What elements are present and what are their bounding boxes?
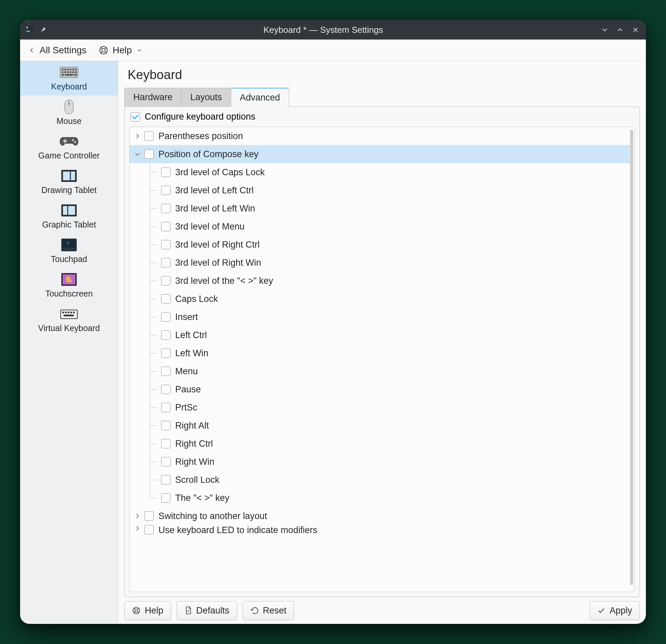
titlebar: Keyboard * — System Settings	[20, 20, 646, 39]
tree-child-node[interactable]: Pause	[130, 380, 630, 398]
tree-checkbox[interactable]	[161, 204, 171, 213]
tree-checkbox[interactable]	[161, 258, 171, 267]
tree-checkbox[interactable]	[144, 511, 154, 521]
svg-rect-7	[64, 69, 66, 70]
maximize-button[interactable]	[614, 24, 626, 36]
scrollbar[interactable]	[630, 130, 633, 585]
svg-rect-43	[70, 312, 72, 313]
virtual-keyboard-icon	[21, 306, 117, 322]
tree-child-node[interactable]: Menu	[130, 362, 630, 380]
tree-checkbox[interactable]	[161, 493, 171, 503]
tree-child-node[interactable]: Insert	[130, 308, 630, 326]
chevron-right-icon[interactable]	[132, 133, 142, 139]
chevron-right-icon[interactable]	[132, 513, 142, 519]
tree-node-label: Parentheses position	[158, 131, 243, 141]
tree-checkbox[interactable]	[161, 294, 171, 303]
help-lifebuoy-icon	[99, 45, 108, 55]
reset-button[interactable]: Reset	[243, 601, 295, 620]
tree-checkbox[interactable]	[161, 367, 171, 376]
tree-node[interactable]: Switching to another layout	[130, 507, 630, 525]
tree-node-label: Scroll Lock	[175, 475, 220, 485]
window: Keyboard * — System Settings All Setting…	[20, 20, 646, 624]
svg-rect-6	[62, 69, 63, 70]
tree-child-node[interactable]: Right Ctrl	[130, 435, 630, 453]
svg-rect-14	[67, 71, 69, 73]
svg-rect-8	[67, 69, 69, 70]
defaults-button[interactable]: Defaults	[177, 601, 237, 620]
apply-button[interactable]: Apply	[590, 601, 640, 620]
toolbar: All Settings Help	[20, 39, 646, 61]
tree-child-node[interactable]: Left Ctrl	[130, 326, 630, 344]
tab-layouts[interactable]: Layouts	[181, 88, 231, 107]
chevron-down-icon[interactable]	[132, 151, 142, 157]
tree-child-node[interactable]: Left Win	[130, 344, 630, 362]
tree-node-label: 3rd level of Left Win	[175, 203, 255, 214]
tree-checkbox[interactable]	[161, 439, 171, 448]
tree-node[interactable]: Position of Compose key	[130, 145, 630, 163]
tree-child-node[interactable]: Scroll Lock	[130, 471, 630, 489]
tree-child-node[interactable]: 3rd level of Menu	[130, 217, 630, 236]
chevron-right-icon[interactable]	[132, 525, 142, 532]
tree-checkbox[interactable]	[144, 525, 154, 535]
tree-child-node[interactable]: 3rd level of the "< >" key	[130, 272, 630, 290]
tree-node[interactable]: Use keyboard LED to indicate modifiers	[130, 525, 630, 540]
tree-checkbox[interactable]	[161, 348, 171, 358]
svg-rect-13	[64, 71, 66, 73]
sidebar-item-virtual-keyboard[interactable]: Virtual Keyboard	[20, 302, 118, 337]
tree-checkbox[interactable]	[161, 403, 171, 412]
tree-child-node[interactable]: 3rd level of Right Ctrl	[130, 236, 630, 254]
sidebar-item-mouse[interactable]: Mouse	[20, 95, 118, 130]
tab-advanced[interactable]: Advanced	[231, 88, 289, 107]
sidebar-item-touchscreen[interactable]: Touchscreen	[20, 268, 118, 302]
help-lifebuoy-icon	[132, 606, 141, 615]
tree-checkbox[interactable]	[161, 276, 171, 285]
back-button[interactable]: All Settings	[23, 43, 91, 58]
svg-rect-41	[65, 312, 67, 313]
tree-child-node[interactable]: 3rd level of Right Win	[130, 254, 630, 272]
tree-checkbox[interactable]	[161, 222, 171, 231]
chevron-down-icon	[136, 47, 143, 54]
tree-checkbox[interactable]	[161, 186, 171, 195]
tree-checkbox[interactable]	[161, 457, 171, 466]
tree-child-node[interactable]: 3rd level of Left Ctrl	[130, 181, 630, 199]
tree-node[interactable]: Parentheses position	[130, 127, 630, 145]
sidebar-item-game-controller[interactable]: Game Controller	[20, 130, 118, 164]
tree-child-node[interactable]: Right Win	[130, 453, 630, 471]
tree-checkbox[interactable]	[144, 131, 154, 141]
sidebar-item-graphic-tablet[interactable]: Graphic Tablet	[20, 199, 118, 233]
tree-checkbox[interactable]	[161, 330, 171, 340]
tree-child-node[interactable]: PrtSc	[130, 398, 630, 417]
tab-hardware[interactable]: Hardware	[124, 88, 181, 107]
sidebar-item-touchpad[interactable]: Touchpad	[20, 233, 118, 268]
help-button-label: Help	[145, 606, 163, 616]
configure-options-row[interactable]: Configure keyboard options	[125, 107, 639, 127]
tree-child-node[interactable]: The "< >" key	[130, 489, 630, 507]
tree-checkbox[interactable]	[144, 150, 154, 159]
help-dropdown[interactable]: Help	[94, 43, 147, 58]
tree-child-node[interactable]: Right Alt	[130, 417, 630, 435]
tree-checkbox[interactable]	[161, 240, 171, 249]
tree-child-node[interactable]: 3rd level of Left Win	[130, 199, 630, 217]
sidebar-item-keyboard[interactable]: Keyboard	[20, 61, 118, 95]
tree-child-node[interactable]: Caps Lock	[130, 290, 630, 308]
keyboard-icon	[21, 64, 117, 81]
close-button[interactable]	[630, 24, 641, 36]
pin-icon[interactable]	[38, 25, 48, 35]
help-button[interactable]: Help	[124, 601, 171, 620]
svg-rect-22	[68, 102, 70, 105]
tree-checkbox[interactable]	[161, 385, 171, 394]
tree-checkbox[interactable]	[161, 421, 171, 430]
svg-rect-16	[72, 71, 74, 73]
tree-node-label: 3rd level of the "< >" key	[175, 276, 273, 286]
tree-checkbox[interactable]	[161, 312, 171, 322]
tree-node-label: 3rd level of Right Ctrl	[175, 240, 260, 250]
configure-options-checkbox[interactable]	[131, 112, 140, 122]
minimize-button[interactable]	[599, 24, 610, 36]
tree-checkbox[interactable]	[161, 168, 171, 177]
tree-child-node[interactable]: 3rd level of Caps Lock	[130, 163, 630, 181]
svg-rect-26	[64, 139, 66, 143]
tree-checkbox[interactable]	[161, 475, 171, 485]
svg-rect-11	[75, 69, 77, 70]
sidebar-item-drawing-tablet[interactable]: Drawing Tablet	[20, 164, 118, 199]
svg-rect-19	[65, 74, 73, 76]
